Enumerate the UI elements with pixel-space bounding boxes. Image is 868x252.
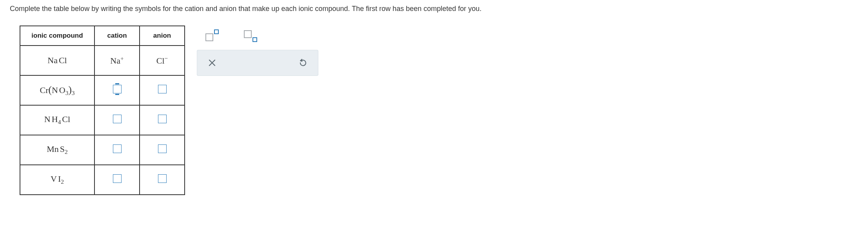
cation-cell[interactable] [94,135,140,165]
subscript-button[interactable] [243,29,258,42]
cation-input[interactable] [113,144,122,153]
format-tool-row [197,26,318,46]
close-icon [207,58,217,68]
compound-cell: Cr(NO3)3 [20,75,94,105]
cation-cell[interactable] [94,105,140,135]
anion-input[interactable] [158,174,167,183]
cation-input[interactable] [113,115,122,123]
anion-cell[interactable] [140,75,185,105]
compound-cell: NH4Cl [20,105,94,135]
header-anion: anion [140,26,185,46]
cation-input[interactable] [113,174,122,183]
clear-button[interactable] [204,55,220,71]
undo-icon [298,58,308,68]
anion-cell[interactable] [140,135,185,165]
anion-cell: Cl− [140,46,185,75]
table-row: NH4Cl [20,105,185,135]
anion-input[interactable] [158,85,167,93]
compound-cell: NaCl [20,46,94,75]
anion-input[interactable] [158,144,167,153]
cation-input[interactable] [113,85,122,93]
cation-cell: Na+ [94,46,140,75]
compound-cell: MnS2 [20,135,94,165]
tool-panel [197,26,318,76]
table-row: NaClNa+Cl− [20,46,185,75]
table-row: MnS2 [20,135,185,165]
instruction-text: Complete the table below by writing the … [8,4,860,14]
anion-cell[interactable] [140,165,185,195]
anion-input[interactable] [158,115,167,123]
header-cation: cation [94,26,140,46]
cation-cell[interactable] [94,75,140,105]
ionic-compound-table: ionic compound cation anion NaClNa+Cl−Cr… [20,26,185,195]
compound-cell: VI2 [20,165,94,195]
action-bar [197,50,318,76]
anion-cell[interactable] [140,105,185,135]
cation-cell[interactable] [94,165,140,195]
table-row: Cr(NO3)3 [20,75,185,105]
superscript-button[interactable] [205,29,220,42]
reset-button[interactable] [295,55,311,71]
header-compound: ionic compound [20,26,94,46]
table-row: VI2 [20,165,185,195]
